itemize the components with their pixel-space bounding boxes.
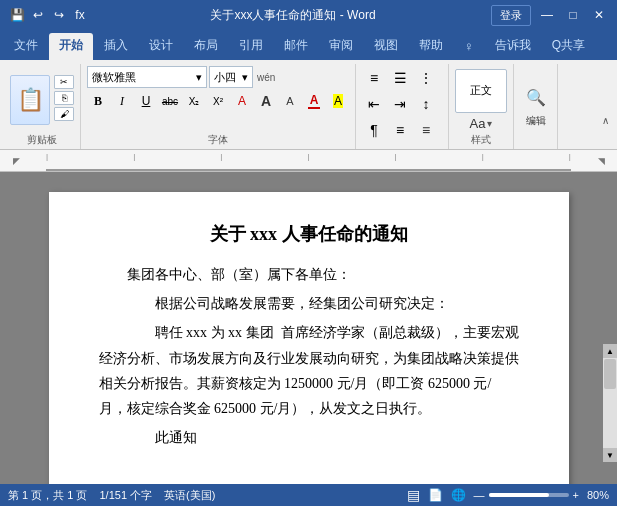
maximize-button[interactable]: □ [563, 7, 583, 23]
font-section: 微软雅黑 ▾ 小四 ▾ wén B I U abc X₂ X² A A A [87, 66, 349, 133]
save-icon[interactable]: 💾 [8, 6, 26, 24]
document-page[interactable]: 关于 xxx 人事任命的通知 集团各中心、部（室）属下各单位： 根据公司战略发展… [49, 192, 569, 484]
ruler-right-margin: ◥ [591, 156, 611, 166]
minimize-button[interactable]: — [537, 7, 557, 23]
tab-layout[interactable]: 布局 [184, 33, 228, 60]
shrink-font-button[interactable]: A [279, 91, 301, 111]
font-size-select[interactable]: 小四 ▾ [209, 66, 253, 88]
ruler-mark: | [133, 152, 135, 161]
ribbon: 📋 ✂ ⎘ 🖌 剪贴板 微软雅黑 ▾ 小四 [0, 60, 617, 150]
title-right-controls: 登录 — □ ✕ [491, 5, 609, 26]
doc-paragraph-1: 集团各中心、部（室）属下各单位： [99, 262, 519, 287]
tab-female-icon[interactable]: ♀ [454, 35, 484, 60]
document-body: 集团各中心、部（室）属下各单位： 根据公司战略发展需要，经集团公司研究决定： 聘… [99, 262, 519, 450]
bullets-button[interactable]: ≡ [362, 66, 386, 90]
view-normal-icon[interactable]: ▤ [407, 487, 420, 503]
italic-button[interactable]: I [111, 91, 133, 111]
increase-indent-button[interactable]: ⇥ [388, 92, 412, 116]
paste-button[interactable]: 📋 [10, 75, 50, 125]
zoom-out-button[interactable]: — [474, 489, 485, 501]
ruler-mark: | [46, 152, 48, 161]
grow-font-button[interactable]: A [255, 91, 277, 111]
doc-paragraph-3: 聘任 xxx 为 xx 集团 首席经济学家（副总裁级），主要宏观经济分析、市场发… [99, 320, 519, 421]
edit-content: 🔍 编辑 [524, 66, 548, 147]
paragraph-group: ≡ ☰ ⋮ ⇤ ⇥ ↕ ¶ ≡ ≡ ≡ ≡ ↕ ▲ □ 段落 [356, 64, 449, 149]
tab-tell-me[interactable]: 告诉我 [485, 33, 541, 60]
ruler: ◤ | | | | | | | ◥ [0, 150, 617, 172]
scroll-thumb[interactable] [604, 359, 616, 389]
quick-access-toolbar: 💾 ↩ ↪ fx [8, 6, 89, 24]
status-bar: 第 1 页，共 1 页 1/151 个字 英语(美国) ▤ 📄 🌐 — + 80… [0, 484, 617, 506]
copy-button[interactable]: ⎘ [54, 91, 74, 105]
clear-format-button[interactable]: A [231, 91, 253, 111]
ruler-mark: | [307, 152, 309, 161]
strikethrough-button[interactable]: abc [159, 91, 181, 111]
title-bar: 💾 ↩ ↪ fx 关于xxx人事任命的通知 - Word 登录 — □ ✕ [0, 0, 617, 30]
ribbon-tab-bar: 文件 开始 插入 设计 布局 引用 邮件 审阅 视图 帮助 ♀ 告诉我 Q共享 [0, 30, 617, 60]
tab-mailings[interactable]: 邮件 [274, 33, 318, 60]
ribbon-collapse-button[interactable]: ∧ [597, 112, 613, 128]
font-group: 微软雅黑 ▾ 小四 ▾ wén B I U abc X₂ X² A A A [81, 64, 356, 149]
font-name-select[interactable]: 微软雅黑 ▾ [87, 66, 207, 88]
cut-button[interactable]: ✂ [54, 75, 74, 89]
window-title: 关于xxx人事任命的通知 - Word [95, 7, 491, 24]
tab-review[interactable]: 审阅 [319, 33, 363, 60]
ruler-mark: | [395, 152, 397, 161]
show-marks-button[interactable]: ¶ [362, 118, 386, 142]
subscript-button[interactable]: X₂ [183, 91, 205, 111]
style-a-icon: Aa [470, 116, 486, 131]
undo-icon[interactable]: ↩ [29, 6, 47, 24]
close-button[interactable]: ✕ [589, 7, 609, 23]
font-label: 字体 [208, 133, 228, 149]
format-painter-button[interactable]: 🖌 [54, 107, 74, 121]
edit-group: 🔍 编辑 [514, 64, 558, 149]
underline-button[interactable]: U [135, 91, 157, 111]
clipboard-group: 📋 ✂ ⎘ 🖌 剪贴板 [4, 64, 81, 149]
login-button[interactable]: 登录 [491, 5, 531, 26]
view-print-icon[interactable]: 📄 [428, 488, 443, 502]
ruler-left-margin: ◤ [6, 156, 26, 166]
tab-file[interactable]: 文件 [4, 33, 48, 60]
view-web-icon[interactable]: 🌐 [451, 488, 466, 502]
scrollbar-vertical[interactable]: ▲ ▼ [603, 344, 617, 462]
ruler-body: | | | | | | | [46, 150, 571, 171]
tab-insert[interactable]: 插入 [94, 33, 138, 60]
multilevel-button[interactable]: ⋮ [414, 66, 438, 90]
numbering-button[interactable]: ☰ [388, 66, 412, 90]
language: 英语(美国) [164, 488, 215, 503]
highlight-button[interactable]: A [327, 91, 349, 111]
scroll-track [603, 358, 617, 448]
tab-references[interactable]: 引用 [229, 33, 273, 60]
clipboard-label: 剪贴板 [27, 133, 57, 149]
align-left-button[interactable]: ≡ [388, 118, 412, 142]
tab-design[interactable]: 设计 [139, 33, 183, 60]
superscript-button[interactable]: X² [207, 91, 229, 111]
scroll-up-button[interactable]: ▲ [603, 344, 617, 358]
align-center-button[interactable]: ≡ [414, 118, 438, 142]
edit-label-text: 编辑 [526, 114, 546, 128]
font-color-button[interactable]: A [303, 91, 325, 111]
style-dropdown-icon[interactable]: ▾ [487, 118, 492, 129]
style-normal-button[interactable]: 正文 [455, 69, 507, 113]
zoom-slider[interactable] [489, 493, 569, 497]
zoom-in-button[interactable]: + [573, 489, 579, 501]
tab-share[interactable]: Q共享 [542, 33, 595, 60]
formula-icon[interactable]: fx [71, 6, 89, 24]
ruler-mark: | [482, 152, 484, 161]
font-row2: B I U abc X₂ X² A A A A A [87, 91, 349, 111]
scroll-down-button[interactable]: ▼ [603, 448, 617, 462]
sort-button[interactable]: ↕ [414, 92, 438, 116]
decrease-indent-button[interactable]: ⇤ [362, 92, 386, 116]
tab-help[interactable]: 帮助 [409, 33, 453, 60]
font-row1: 微软雅黑 ▾ 小四 ▾ wén [87, 66, 349, 88]
wen-icon: wén [257, 72, 275, 83]
search-replace-button[interactable]: 🔍 [524, 86, 548, 110]
doc-paragraph-2: 根据公司战略发展需要，经集团公司研究决定： [99, 291, 519, 316]
tab-home[interactable]: 开始 [49, 33, 93, 60]
tab-view[interactable]: 视图 [364, 33, 408, 60]
font-dropdown-icon: ▾ [196, 71, 202, 84]
ruler-mark: | [569, 152, 571, 161]
redo-icon[interactable]: ↪ [50, 6, 68, 24]
page-info: 第 1 页，共 1 页 [8, 488, 87, 503]
bold-button[interactable]: B [87, 91, 109, 111]
